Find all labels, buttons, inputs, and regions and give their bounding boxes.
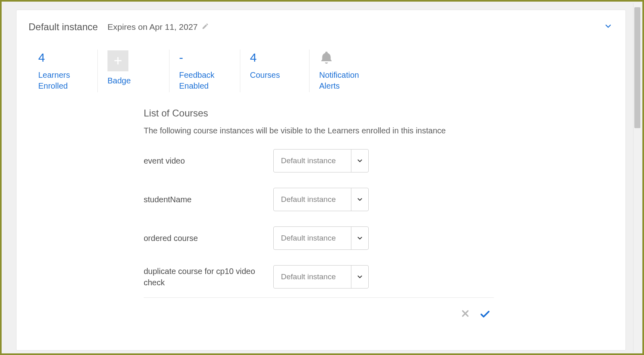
course-label: ordered course: [144, 233, 273, 244]
course-instance-value: Default instance: [274, 266, 351, 288]
plus-icon: +: [114, 52, 122, 69]
feedback-label[interactable]: Feedback Enabled: [179, 70, 224, 91]
scrollbar-thumb[interactable]: [634, 7, 640, 128]
card-header: Default instance Expires on Apr 11, 2027: [17, 10, 625, 37]
learners-label[interactable]: Learners Enrolled: [38, 70, 81, 91]
expiry-text: Expires on Apr 11, 2027: [107, 22, 198, 32]
stat-badge: + Badge: [98, 50, 169, 92]
course-instance-select[interactable]: Default instance: [273, 149, 369, 172]
chevron-down-icon: [351, 149, 368, 172]
badge-label[interactable]: Badge: [107, 75, 153, 86]
course-row: event video Default instance: [144, 149, 494, 172]
bell-icon[interactable]: [319, 50, 378, 66]
stat-learners: 4 Learners Enrolled: [29, 50, 98, 92]
course-instance-value: Default instance: [274, 227, 351, 249]
course-row: studentName Default instance: [144, 188, 494, 211]
courses-subtext: The following course instances will be v…: [144, 126, 494, 135]
course-instance-value: Default instance: [274, 149, 351, 172]
confirm-button[interactable]: [479, 308, 491, 321]
feedback-value: -: [179, 50, 224, 65]
edit-expiry-icon[interactable]: [202, 22, 209, 32]
stat-notification: Notification Alerts: [310, 50, 394, 92]
add-badge-button[interactable]: +: [107, 50, 128, 71]
courses-heading: List of Courses: [144, 108, 494, 119]
course-label: event video: [144, 155, 273, 166]
courses-section: List of Courses The following course ins…: [17, 108, 625, 321]
learners-count: 4: [38, 50, 81, 65]
cancel-button[interactable]: [460, 308, 471, 321]
course-label: duplicate course for cp10 video check: [144, 266, 273, 288]
courses-actions: [144, 298, 494, 321]
course-row: duplicate course for cp10 video check De…: [144, 265, 494, 289]
stat-feedback: - Feedback Enabled: [169, 50, 240, 92]
course-instance-select[interactable]: Default instance: [273, 226, 369, 250]
stat-courses: 4 Courses: [240, 50, 310, 92]
chevron-down-icon: [351, 188, 368, 211]
scrollbar[interactable]: [633, 3, 641, 352]
courses-label[interactable]: Courses: [250, 70, 293, 81]
instance-title: Default instance: [29, 21, 98, 33]
collapse-toggle-icon[interactable]: [604, 22, 613, 32]
notification-label[interactable]: Notification Alerts: [319, 70, 378, 91]
chevron-down-icon: [351, 266, 368, 288]
expiry-text-wrapper: Expires on Apr 11, 2027: [107, 22, 209, 32]
chevron-down-icon: [351, 227, 368, 249]
course-instance-value: Default instance: [274, 188, 351, 211]
course-row: ordered course Default instance: [144, 226, 494, 250]
course-instance-select[interactable]: Default instance: [273, 188, 369, 211]
stats-row: 4 Learners Enrolled + Badge - Feedback E…: [17, 37, 625, 104]
course-instance-select[interactable]: Default instance: [273, 265, 369, 289]
courses-count: 4: [250, 50, 293, 65]
instance-card: Default instance Expires on Apr 11, 2027…: [16, 10, 626, 351]
course-label: studentName: [144, 194, 273, 205]
